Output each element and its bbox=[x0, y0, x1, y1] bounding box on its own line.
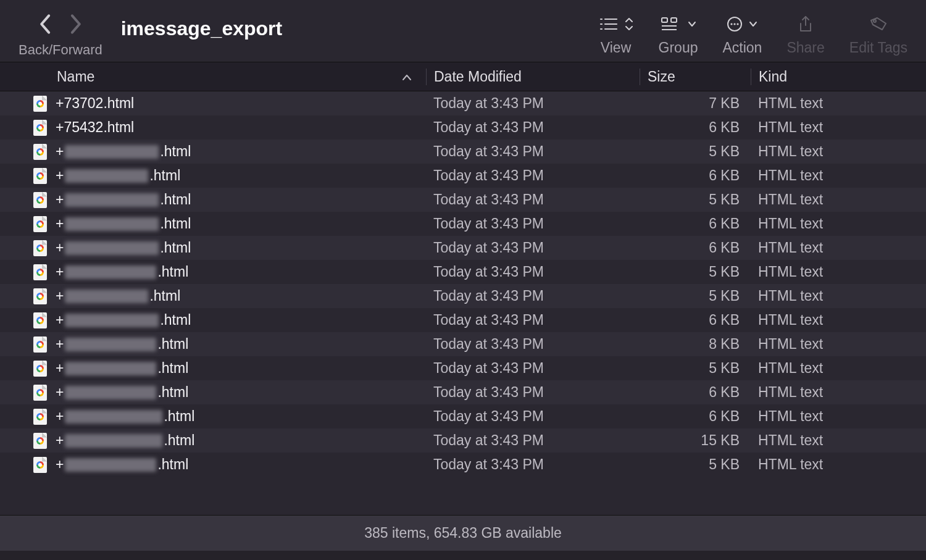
back-button[interactable] bbox=[39, 14, 52, 37]
share-control: Share bbox=[786, 11, 824, 56]
file-date-cell: Today at 3:43 PM bbox=[426, 143, 640, 160]
file-row[interactable]: +75432.htmlToday at 3:43 PM6 KBHTML text bbox=[0, 115, 926, 140]
html-file-icon bbox=[33, 288, 47, 304]
html-file-icon bbox=[33, 385, 47, 401]
file-date-cell: Today at 3:43 PM bbox=[426, 167, 640, 184]
column-header-size[interactable]: Size bbox=[640, 69, 751, 85]
file-date-cell: Today at 3:43 PM bbox=[426, 432, 640, 449]
file-size-cell: 5 KB bbox=[640, 191, 751, 208]
file-row[interactable]: +.htmlToday at 3:43 PM6 KBHTML text bbox=[0, 308, 926, 332]
file-size-cell: 7 KB bbox=[640, 95, 751, 112]
file-name: +.html bbox=[56, 191, 191, 208]
file-row[interactable]: +.htmlToday at 3:43 PM6 KBHTML text bbox=[0, 164, 926, 188]
file-kind-cell: HTML text bbox=[751, 312, 926, 328]
file-row[interactable]: +.htmlToday at 3:43 PM6 KBHTML text bbox=[0, 404, 926, 428]
bottom-strip bbox=[0, 551, 926, 560]
share-icon bbox=[797, 15, 814, 33]
file-row[interactable]: +73702.htmlToday at 3:43 PM7 KBHTML text bbox=[0, 91, 926, 115]
redacted-segment bbox=[65, 145, 159, 159]
column-header-kind[interactable]: Kind bbox=[751, 69, 926, 85]
column-header-date-label: Date Modified bbox=[434, 69, 522, 85]
svg-point-11 bbox=[731, 23, 733, 25]
file-name: +.html bbox=[56, 456, 188, 473]
file-row[interactable]: +.htmlToday at 3:43 PM5 KBHTML text bbox=[0, 356, 926, 380]
file-kind-cell: HTML text bbox=[751, 456, 926, 473]
file-size-cell: 5 KB bbox=[640, 456, 751, 473]
file-name-cell: +.html bbox=[0, 336, 426, 353]
file-date-cell: Today at 3:43 PM bbox=[426, 384, 640, 401]
redacted-segment bbox=[65, 241, 159, 255]
file-kind-cell: HTML text bbox=[751, 264, 926, 280]
file-row[interactable]: +.htmlToday at 3:43 PM8 KBHTML text bbox=[0, 332, 926, 356]
file-name-cell: +.html bbox=[0, 360, 426, 377]
column-header-kind-label: Kind bbox=[759, 69, 787, 85]
file-size-cell: 5 KB bbox=[640, 360, 751, 377]
file-name-cell: +.html bbox=[0, 167, 426, 184]
html-file-icon bbox=[33, 336, 47, 353]
file-row[interactable]: +.htmlToday at 3:43 PM6 KBHTML text bbox=[0, 236, 926, 260]
file-date-cell: Today at 3:43 PM bbox=[426, 191, 640, 208]
html-file-icon bbox=[33, 240, 47, 256]
html-file-icon bbox=[33, 264, 47, 280]
html-file-icon bbox=[33, 96, 47, 112]
sort-ascending-icon bbox=[401, 69, 412, 85]
file-kind-cell: HTML text bbox=[751, 215, 926, 232]
file-kind-cell: HTML text bbox=[751, 119, 926, 136]
list-view-icon bbox=[598, 16, 619, 32]
file-name-cell: +.html bbox=[0, 191, 426, 208]
group-control[interactable]: Group bbox=[659, 11, 698, 56]
file-row[interactable]: +.htmlToday at 3:43 PM5 KBHTML text bbox=[0, 284, 926, 308]
file-date-cell: Today at 3:43 PM bbox=[426, 264, 640, 280]
redacted-segment bbox=[65, 290, 148, 303]
status-text: 385 items, 654.83 GB available bbox=[364, 525, 562, 541]
view-label: View bbox=[601, 40, 631, 56]
file-name: +.html bbox=[56, 167, 180, 184]
file-row[interactable]: +.htmlToday at 3:43 PM5 KBHTML text bbox=[0, 140, 926, 164]
file-kind-cell: HTML text bbox=[751, 432, 926, 449]
file-date-cell: Today at 3:43 PM bbox=[426, 95, 640, 112]
file-row[interactable]: +.htmlToday at 3:43 PM15 KBHTML text bbox=[0, 428, 926, 453]
nav-back-forward: Back/Forward bbox=[19, 11, 102, 58]
column-header-date[interactable]: Date Modified bbox=[426, 69, 640, 85]
status-bar: 385 items, 654.83 GB available bbox=[0, 515, 926, 551]
file-row[interactable]: +.htmlToday at 3:43 PM6 KBHTML text bbox=[0, 212, 926, 236]
file-name: +.html bbox=[56, 312, 191, 328]
edit-tags-label: Edit Tags bbox=[849, 40, 907, 56]
column-header-size-label: Size bbox=[648, 69, 675, 85]
file-kind-cell: HTML text bbox=[751, 336, 926, 353]
file-row[interactable]: +.htmlToday at 3:43 PM5 KBHTML text bbox=[0, 188, 926, 212]
file-name: +.html bbox=[56, 215, 191, 232]
file-size-cell: 5 KB bbox=[640, 264, 751, 280]
redacted-segment bbox=[65, 169, 148, 183]
redacted-segment bbox=[65, 362, 156, 375]
file-date-cell: Today at 3:43 PM bbox=[426, 312, 640, 328]
file-date-cell: Today at 3:43 PM bbox=[426, 336, 640, 353]
file-kind-cell: HTML text bbox=[751, 167, 926, 184]
html-file-icon bbox=[33, 457, 47, 473]
file-name: +.html bbox=[56, 288, 180, 304]
view-control[interactable]: View bbox=[598, 11, 634, 56]
up-down-chevron-icon bbox=[624, 16, 634, 32]
file-name: +.html bbox=[56, 360, 188, 377]
file-name-cell: +.html bbox=[0, 288, 426, 304]
redacted-segment bbox=[65, 410, 162, 424]
file-row[interactable]: +.htmlToday at 3:43 PM5 KBHTML text bbox=[0, 260, 926, 284]
file-list: +73702.htmlToday at 3:43 PM7 KBHTML text… bbox=[0, 91, 926, 515]
file-row[interactable]: +.htmlToday at 3:43 PM6 KBHTML text bbox=[0, 380, 926, 404]
svg-rect-6 bbox=[662, 18, 667, 22]
html-file-icon bbox=[33, 120, 47, 136]
forward-button[interactable] bbox=[69, 14, 82, 37]
file-size-cell: 6 KB bbox=[640, 167, 751, 184]
file-name-cell: +.html bbox=[0, 312, 426, 328]
svg-rect-7 bbox=[671, 18, 677, 22]
action-control[interactable]: Action bbox=[722, 11, 762, 56]
file-name-cell: +73702.html bbox=[0, 95, 426, 112]
tag-icon bbox=[869, 15, 888, 33]
html-file-icon bbox=[33, 409, 47, 425]
html-file-icon bbox=[33, 144, 47, 160]
file-name: +.html bbox=[56, 264, 188, 280]
action-label: Action bbox=[722, 40, 762, 56]
column-header-name[interactable]: Name bbox=[0, 69, 426, 85]
file-row[interactable]: +.htmlToday at 3:43 PM5 KBHTML text bbox=[0, 453, 926, 477]
file-size-cell: 6 KB bbox=[640, 312, 751, 328]
